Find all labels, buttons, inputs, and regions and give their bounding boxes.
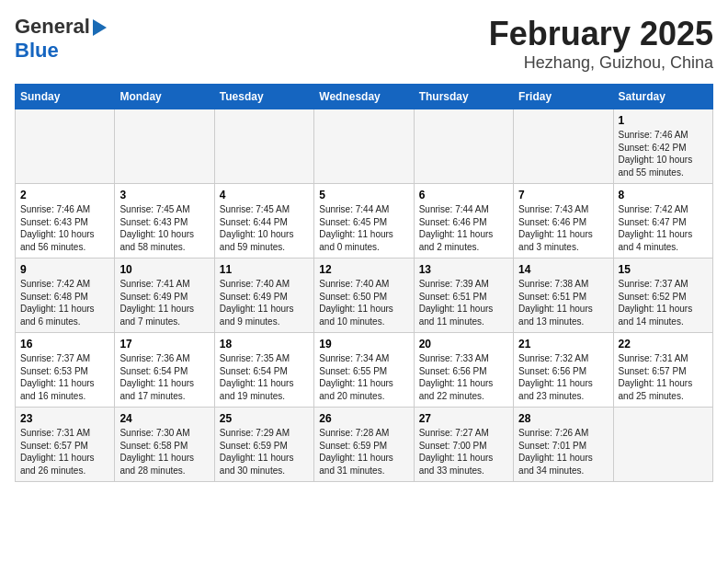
day-number: 4 — [220, 189, 309, 201]
day-info: Sunrise: 7:44 AM Sunset: 6:46 PM Dayligh… — [419, 203, 508, 253]
calendar-cell — [613, 408, 712, 482]
day-info: Sunrise: 7:33 AM Sunset: 6:56 PM Dayligh… — [419, 352, 508, 402]
page-title: February 2025 — [489, 15, 713, 53]
title-area: February 2025 Hezhang, Guizhou, China — [489, 15, 713, 73]
calendar-cell — [314, 109, 414, 184]
day-info: Sunrise: 7:32 AM Sunset: 6:56 PM Dayligh… — [518, 352, 608, 402]
day-number: 27 — [419, 412, 508, 425]
day-number: 21 — [518, 338, 608, 350]
day-number: 19 — [319, 338, 408, 350]
logo-blue-text: Blue — [15, 39, 59, 62]
calendar-cell: 3Sunrise: 7:45 AM Sunset: 6:43 PM Daylig… — [115, 184, 214, 259]
day-number: 1 — [619, 114, 708, 127]
calendar-cell: 26Sunrise: 7:28 AM Sunset: 6:59 PM Dayli… — [314, 408, 414, 482]
day-info: Sunrise: 7:26 AM Sunset: 7:01 PM Dayligh… — [518, 427, 608, 477]
day-number: 6 — [419, 189, 508, 201]
day-number: 23 — [20, 412, 109, 425]
day-number: 24 — [119, 412, 209, 425]
day-number: 15 — [619, 263, 708, 276]
calendar-cell: 14Sunrise: 7:38 AM Sunset: 6:51 PM Dayli… — [514, 259, 613, 333]
day-info: Sunrise: 7:43 AM Sunset: 6:46 PM Dayligh… — [518, 203, 608, 253]
day-number: 25 — [220, 412, 309, 425]
calendar-cell: 13Sunrise: 7:39 AM Sunset: 6:51 PM Dayli… — [414, 259, 513, 333]
day-number: 18 — [220, 338, 309, 350]
calendar-cell: 2Sunrise: 7:46 AM Sunset: 6:43 PM Daylig… — [16, 184, 115, 259]
day-number: 7 — [518, 189, 608, 201]
day-info: Sunrise: 7:42 AM Sunset: 6:47 PM Dayligh… — [619, 203, 708, 253]
day-number: 16 — [20, 338, 109, 350]
day-info: Sunrise: 7:29 AM Sunset: 6:59 PM Dayligh… — [220, 427, 309, 477]
day-info: Sunrise: 7:42 AM Sunset: 6:48 PM Dayligh… — [20, 278, 109, 327]
day-info: Sunrise: 7:35 AM Sunset: 6:54 PM Dayligh… — [220, 352, 309, 402]
col-header-monday: Monday — [115, 85, 214, 109]
day-number: 5 — [319, 189, 408, 201]
day-number: 2 — [20, 189, 109, 201]
day-info: Sunrise: 7:45 AM Sunset: 6:43 PM Dayligh… — [119, 203, 209, 253]
calendar-cell: 21Sunrise: 7:32 AM Sunset: 6:56 PM Dayli… — [514, 333, 613, 408]
day-number: 17 — [119, 338, 209, 350]
day-number: 12 — [319, 263, 408, 276]
calendar-cell: 23Sunrise: 7:31 AM Sunset: 6:57 PM Dayli… — [16, 408, 115, 482]
day-number: 22 — [619, 338, 708, 350]
col-header-saturday: Saturday — [613, 85, 712, 109]
day-number: 28 — [518, 412, 608, 425]
col-header-sunday: Sunday — [16, 85, 115, 109]
calendar-cell: 4Sunrise: 7:45 AM Sunset: 6:44 PM Daylig… — [214, 184, 313, 259]
day-info: Sunrise: 7:31 AM Sunset: 6:57 PM Dayligh… — [20, 427, 109, 477]
calendar-cell: 20Sunrise: 7:33 AM Sunset: 6:56 PM Dayli… — [414, 333, 513, 408]
day-number: 8 — [619, 189, 708, 201]
calendar-cell: 15Sunrise: 7:37 AM Sunset: 6:52 PM Dayli… — [613, 259, 712, 333]
calendar-cell: 28Sunrise: 7:26 AM Sunset: 7:01 PM Dayli… — [514, 408, 613, 482]
day-info: Sunrise: 7:45 AM Sunset: 6:44 PM Dayligh… — [220, 203, 309, 253]
day-info: Sunrise: 7:46 AM Sunset: 6:42 PM Dayligh… — [619, 129, 708, 178]
calendar-cell: 16Sunrise: 7:37 AM Sunset: 6:53 PM Dayli… — [16, 333, 115, 408]
calendar-cell: 1Sunrise: 7:46 AM Sunset: 6:42 PM Daylig… — [613, 109, 712, 184]
day-info: Sunrise: 7:38 AM Sunset: 6:51 PM Dayligh… — [518, 278, 608, 327]
day-info: Sunrise: 7:44 AM Sunset: 6:45 PM Dayligh… — [319, 203, 408, 253]
day-number: 26 — [319, 412, 408, 425]
calendar-cell: 25Sunrise: 7:29 AM Sunset: 6:59 PM Dayli… — [214, 408, 313, 482]
col-header-wednesday: Wednesday — [314, 85, 414, 109]
calendar-cell — [214, 109, 313, 184]
calendar-cell — [16, 109, 115, 184]
day-number: 10 — [119, 263, 209, 276]
calendar-cell: 22Sunrise: 7:31 AM Sunset: 6:57 PM Dayli… — [613, 333, 712, 408]
calendar-cell: 10Sunrise: 7:41 AM Sunset: 6:49 PM Dayli… — [115, 259, 214, 333]
day-info: Sunrise: 7:30 AM Sunset: 6:58 PM Dayligh… — [119, 427, 209, 477]
logo-general-text: General — [15, 15, 90, 39]
calendar-cell: 24Sunrise: 7:30 AM Sunset: 6:58 PM Dayli… — [115, 408, 214, 482]
page-subtitle: Hezhang, Guizhou, China — [489, 53, 713, 73]
calendar-cell: 8Sunrise: 7:42 AM Sunset: 6:47 PM Daylig… — [613, 184, 712, 259]
col-header-thursday: Thursday — [414, 85, 513, 109]
day-info: Sunrise: 7:40 AM Sunset: 6:50 PM Dayligh… — [319, 278, 408, 327]
day-number: 20 — [419, 338, 508, 350]
day-number: 11 — [220, 263, 309, 276]
calendar-cell: 19Sunrise: 7:34 AM Sunset: 6:55 PM Dayli… — [314, 333, 414, 408]
page-header: General Blue February 2025 Hezhang, Guiz… — [15, 15, 713, 73]
day-number: 3 — [119, 189, 209, 201]
day-number: 14 — [518, 263, 608, 276]
logo: General Blue — [15, 15, 107, 63]
day-info: Sunrise: 7:34 AM Sunset: 6:55 PM Dayligh… — [319, 352, 408, 402]
calendar-cell: 27Sunrise: 7:27 AM Sunset: 7:00 PM Dayli… — [414, 408, 513, 482]
calendar-cell: 18Sunrise: 7:35 AM Sunset: 6:54 PM Dayli… — [214, 333, 313, 408]
day-info: Sunrise: 7:37 AM Sunset: 6:53 PM Dayligh… — [20, 352, 109, 402]
day-info: Sunrise: 7:28 AM Sunset: 6:59 PM Dayligh… — [319, 427, 408, 477]
day-info: Sunrise: 7:39 AM Sunset: 6:51 PM Dayligh… — [419, 278, 508, 327]
day-info: Sunrise: 7:31 AM Sunset: 6:57 PM Dayligh… — [619, 352, 708, 402]
calendar-cell — [115, 109, 214, 184]
calendar-cell: 11Sunrise: 7:40 AM Sunset: 6:49 PM Dayli… — [214, 259, 313, 333]
calendar-table: SundayMondayTuesdayWednesdayThursdayFrid… — [15, 84, 713, 482]
day-number: 9 — [20, 263, 109, 276]
col-header-tuesday: Tuesday — [214, 85, 313, 109]
calendar-cell: 12Sunrise: 7:40 AM Sunset: 6:50 PM Dayli… — [314, 259, 414, 333]
day-number: 13 — [419, 263, 508, 276]
calendar-cell: 6Sunrise: 7:44 AM Sunset: 6:46 PM Daylig… — [414, 184, 513, 259]
calendar-cell: 7Sunrise: 7:43 AM Sunset: 6:46 PM Daylig… — [514, 184, 613, 259]
calendar-cell — [514, 109, 613, 184]
calendar-cell: 17Sunrise: 7:36 AM Sunset: 6:54 PM Dayli… — [115, 333, 214, 408]
day-info: Sunrise: 7:36 AM Sunset: 6:54 PM Dayligh… — [119, 352, 209, 402]
day-info: Sunrise: 7:41 AM Sunset: 6:49 PM Dayligh… — [119, 278, 209, 327]
calendar-cell: 9Sunrise: 7:42 AM Sunset: 6:48 PM Daylig… — [16, 259, 115, 333]
day-info: Sunrise: 7:46 AM Sunset: 6:43 PM Dayligh… — [20, 203, 109, 253]
